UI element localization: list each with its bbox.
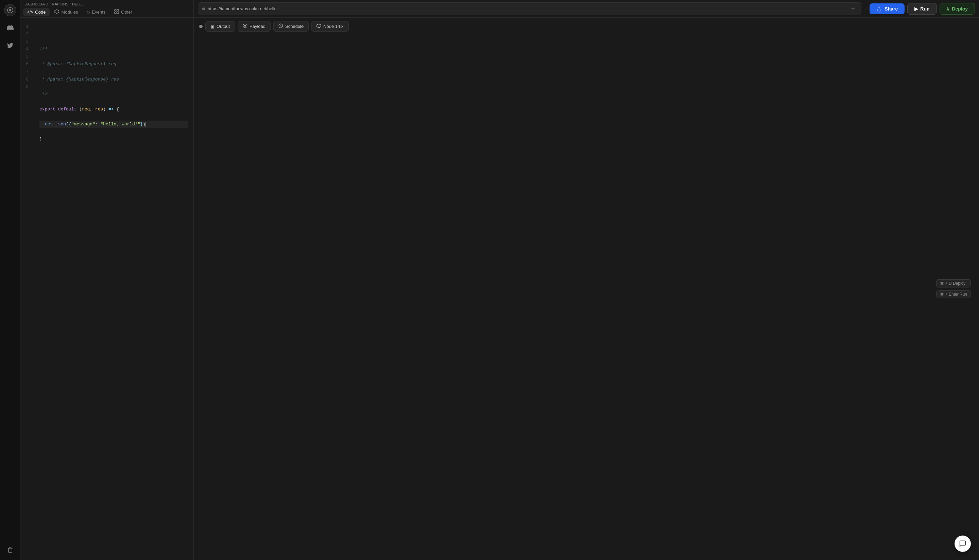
- payload-label: Payload: [250, 24, 265, 29]
- breadcrumb-napkins[interactable]: NAPKINS: [52, 2, 68, 6]
- svg-rect-6: [117, 12, 118, 13]
- editor-header: DASHBOARD / NAPKINS / HELLO </> Code: [20, 0, 194, 17]
- tab-other-label: Other: [121, 10, 132, 15]
- url-section: https://iamnottheway.npkn.net/hello +: [194, 2, 866, 15]
- code-line-4: * @param {NapkinResponse} res: [40, 76, 188, 83]
- url-add-button[interactable]: +: [849, 5, 857, 13]
- right-panel: ◉ Output Payload: [194, 18, 979, 560]
- events-tab-icon: ▷: [87, 10, 90, 15]
- payload-button[interactable]: Payload: [238, 21, 270, 32]
- sidebar-bottom: [4, 544, 16, 556]
- payload-icon: [243, 23, 247, 29]
- code-line-5: */: [40, 91, 188, 98]
- action-buttons: Share ▶ Run λ Deploy: [866, 3, 979, 15]
- deploy-icon: λ: [947, 6, 949, 12]
- schedule-label: Schedule: [285, 24, 304, 29]
- code-editor[interactable]: 1 2 3 4 5 6 7 8 9 /** * @param {NapkinRe…: [20, 18, 194, 560]
- logo-button[interactable]: [4, 4, 16, 16]
- chat-button[interactable]: [954, 535, 971, 552]
- code-line-3: * @param {NapkinRequest} req: [40, 60, 188, 68]
- svg-marker-10: [317, 24, 321, 28]
- svg-rect-4: [117, 10, 118, 11]
- code-line-6: export default (req, res) => {: [40, 106, 188, 113]
- url-bar[interactable]: https://iamnottheway.npkn.net/hello +: [198, 2, 861, 15]
- node-icon: [317, 23, 321, 29]
- code-line-9: [40, 151, 188, 158]
- code-line-7: res.json({"message": "Hello, world!"}): [40, 121, 188, 128]
- schedule-button[interactable]: Schedule: [273, 21, 309, 32]
- deploy-button[interactable]: λ Deploy: [939, 3, 975, 15]
- svg-marker-2: [55, 10, 59, 13]
- status-dot: [199, 25, 203, 28]
- svg-rect-5: [115, 12, 116, 13]
- run-button[interactable]: ▶ Run: [907, 3, 937, 15]
- node-button[interactable]: Node 14.x: [311, 21, 349, 32]
- discord-icon[interactable]: [4, 22, 16, 34]
- schedule-icon: [279, 23, 283, 29]
- url-text: https://iamnottheway.npkn.net/hello: [208, 6, 846, 11]
- code-tab-icon: </>: [27, 10, 33, 15]
- breadcrumb: DASHBOARD / NAPKINS / HELLO: [20, 0, 193, 7]
- output-button[interactable]: ◉ Output: [205, 22, 235, 32]
- breadcrumb-sep-1: /: [50, 2, 51, 6]
- share-icon: [876, 6, 882, 12]
- sidebar: [0, 0, 20, 560]
- tab-modules-label: Modules: [61, 10, 78, 15]
- keyboard-shortcuts: ⌘ + D Deploy ⌘ + Enter Run: [936, 279, 971, 298]
- url-status-dot: [202, 7, 205, 10]
- share-button[interactable]: Share: [869, 3, 904, 14]
- tab-events-label: Events: [92, 10, 106, 15]
- other-tab-icon: [114, 9, 119, 15]
- line-numbers: 1 2 3 4 5 6 7 8 9: [20, 23, 34, 555]
- share-label: Share: [884, 6, 898, 12]
- code-content[interactable]: /** * @param {NapkinRequest} req * @para…: [34, 23, 193, 555]
- code-line-1: [40, 31, 188, 38]
- node-label: Node 14.x: [323, 24, 344, 29]
- output-label: Output: [217, 24, 230, 29]
- tab-events[interactable]: ▷ Events: [83, 8, 110, 16]
- tab-other[interactable]: Other: [110, 8, 136, 16]
- content-area: 1 2 3 4 5 6 7 8 9 /** * @param {NapkinRe…: [20, 18, 979, 560]
- tab-code[interactable]: </> Code: [23, 8, 50, 16]
- modules-tab-icon: [54, 9, 59, 15]
- deploy-shortcut: ⌘ + D Deploy: [936, 279, 971, 287]
- breadcrumb-sep-2: /: [70, 2, 71, 6]
- topbar: DASHBOARD / NAPKINS / HELLO </> Code: [20, 0, 979, 18]
- breadcrumb-hello[interactable]: HELLO: [72, 2, 84, 6]
- main-content: DASHBOARD / NAPKINS / HELLO </> Code: [20, 0, 979, 560]
- tab-modules[interactable]: Modules: [50, 8, 82, 16]
- svg-rect-3: [115, 10, 116, 11]
- svg-point-8: [244, 25, 246, 27]
- run-shortcut: ⌘ + Enter Run: [936, 290, 971, 298]
- code-lines: 1 2 3 4 5 6 7 8 9 /** * @param {NapkinRe…: [20, 18, 193, 560]
- code-line-2: /**: [40, 45, 188, 53]
- tabs: </> Code Modules ▷ Events: [20, 7, 193, 17]
- twitter-icon[interactable]: [4, 39, 16, 52]
- panel-toolbar: ◉ Output Payload: [194, 18, 979, 35]
- run-label: Run: [920, 6, 929, 12]
- deploy-label: Deploy: [952, 6, 968, 12]
- output-icon: ◉: [210, 24, 215, 29]
- code-line-8: }: [40, 136, 188, 143]
- breadcrumb-dashboard[interactable]: DASHBOARD: [25, 2, 48, 6]
- svg-point-1: [9, 9, 11, 11]
- trash-button[interactable]: [4, 544, 16, 556]
- tab-code-label: Code: [35, 10, 45, 15]
- run-icon: ▶: [914, 6, 918, 12]
